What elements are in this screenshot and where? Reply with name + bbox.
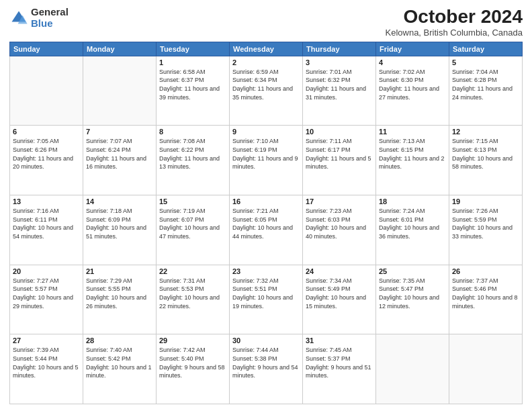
day-cell: 19Sunrise: 7:26 AM Sunset: 5:59 PM Dayli… <box>449 195 523 265</box>
calendar: SundayMondayTuesdayWednesdayThursdayFrid… <box>9 42 523 404</box>
month-title: October 2024 <box>386 7 523 28</box>
day-number: 16 <box>232 197 300 205</box>
day-number: 4 <box>379 58 446 66</box>
day-number: 3 <box>306 58 373 66</box>
day-number: 27 <box>13 336 80 345</box>
day-header-monday: Monday <box>83 42 157 56</box>
day-cell: 2Sunrise: 6:59 AM Sunset: 6:34 PM Daylig… <box>230 56 303 126</box>
day-number: 10 <box>306 128 373 136</box>
day-cell: 8Sunrise: 7:08 AM Sunset: 6:22 PM Daylig… <box>157 126 230 195</box>
day-info: Sunrise: 7:24 AM Sunset: 6:01 PM Dayligh… <box>379 207 446 240</box>
title-block: October 2024 Kelowna, British Columbia, … <box>386 7 523 38</box>
week-row-0: 1Sunrise: 6:58 AM Sunset: 6:37 PM Daylig… <box>10 56 523 126</box>
day-info: Sunrise: 7:27 AM Sunset: 5:57 PM Dayligh… <box>13 277 80 310</box>
day-info: Sunrise: 7:23 AM Sunset: 6:03 PM Dayligh… <box>306 207 373 240</box>
day-cell: 27Sunrise: 7:39 AM Sunset: 5:44 PM Dayli… <box>10 334 83 404</box>
day-cell: 13Sunrise: 7:16 AM Sunset: 6:11 PM Dayli… <box>10 195 83 265</box>
day-cell: 20Sunrise: 7:27 AM Sunset: 5:57 PM Dayli… <box>10 265 83 334</box>
day-header-wednesday: Wednesday <box>230 42 303 56</box>
day-number: 9 <box>232 128 300 136</box>
day-cell: 11Sunrise: 7:13 AM Sunset: 6:15 PM Dayli… <box>376 126 449 195</box>
day-number: 5 <box>452 58 519 66</box>
day-cell: 4Sunrise: 7:02 AM Sunset: 6:30 PM Daylig… <box>376 56 449 126</box>
calendar-header-row: SundayMondayTuesdayWednesdayThursdayFrid… <box>10 42 523 56</box>
day-info: Sunrise: 7:13 AM Sunset: 6:15 PM Dayligh… <box>379 137 446 171</box>
day-info: Sunrise: 7:19 AM Sunset: 6:07 PM Dayligh… <box>159 207 226 240</box>
day-info: Sunrise: 6:59 AM Sunset: 6:34 PM Dayligh… <box>232 68 300 101</box>
day-cell: 31Sunrise: 7:45 AM Sunset: 5:37 PM Dayli… <box>303 334 376 404</box>
day-number: 2 <box>232 58 300 66</box>
day-info: Sunrise: 7:34 AM Sunset: 5:49 PM Dayligh… <box>306 277 373 310</box>
day-cell: 7Sunrise: 7:07 AM Sunset: 6:24 PM Daylig… <box>83 126 157 195</box>
day-cell: 16Sunrise: 7:21 AM Sunset: 6:05 PM Dayli… <box>230 195 303 265</box>
day-cell <box>376 334 449 404</box>
week-row-3: 20Sunrise: 7:27 AM Sunset: 5:57 PM Dayli… <box>10 265 523 334</box>
day-number: 21 <box>86 267 153 275</box>
day-cell: 22Sunrise: 7:31 AM Sunset: 5:53 PM Dayli… <box>157 265 230 334</box>
day-cell: 30Sunrise: 7:44 AM Sunset: 5:38 PM Dayli… <box>230 334 303 404</box>
day-number: 23 <box>232 267 300 275</box>
day-number: 13 <box>13 197 80 205</box>
day-info: Sunrise: 7:26 AM Sunset: 5:59 PM Dayligh… <box>452 207 519 240</box>
day-info: Sunrise: 7:44 AM Sunset: 5:38 PM Dayligh… <box>232 346 300 379</box>
day-cell: 6Sunrise: 7:05 AM Sunset: 6:26 PM Daylig… <box>10 126 83 195</box>
day-number: 11 <box>379 128 446 136</box>
day-info: Sunrise: 7:10 AM Sunset: 6:19 PM Dayligh… <box>232 137 300 171</box>
day-info: Sunrise: 7:31 AM Sunset: 5:53 PM Dayligh… <box>159 277 226 310</box>
day-cell: 3Sunrise: 7:01 AM Sunset: 6:32 PM Daylig… <box>303 56 376 126</box>
day-cell <box>83 56 157 126</box>
day-number: 8 <box>159 128 226 136</box>
day-cell: 21Sunrise: 7:29 AM Sunset: 5:55 PM Dayli… <box>83 265 157 334</box>
day-info: Sunrise: 7:37 AM Sunset: 5:46 PM Dayligh… <box>452 277 519 310</box>
day-info: Sunrise: 7:45 AM Sunset: 5:37 PM Dayligh… <box>306 346 373 379</box>
day-number: 6 <box>13 128 80 136</box>
day-info: Sunrise: 7:08 AM Sunset: 6:22 PM Dayligh… <box>159 137 226 171</box>
day-number: 31 <box>306 336 373 345</box>
day-info: Sunrise: 7:40 AM Sunset: 5:42 PM Dayligh… <box>86 346 153 379</box>
day-cell: 17Sunrise: 7:23 AM Sunset: 6:03 PM Dayli… <box>303 195 376 265</box>
day-number: 30 <box>232 336 300 345</box>
logo: General Blue <box>9 7 69 29</box>
day-info: Sunrise: 7:32 AM Sunset: 5:51 PM Dayligh… <box>232 277 300 310</box>
day-number: 24 <box>306 267 373 275</box>
day-info: Sunrise: 7:16 AM Sunset: 6:11 PM Dayligh… <box>13 207 80 240</box>
logo-blue-text: Blue <box>31 18 69 30</box>
day-cell: 23Sunrise: 7:32 AM Sunset: 5:51 PM Dayli… <box>230 265 303 334</box>
day-header-saturday: Saturday <box>449 42 523 56</box>
day-info: Sunrise: 7:11 AM Sunset: 6:17 PM Dayligh… <box>306 137 373 171</box>
week-row-1: 6Sunrise: 7:05 AM Sunset: 6:26 PM Daylig… <box>10 126 523 195</box>
day-cell: 12Sunrise: 7:15 AM Sunset: 6:13 PM Dayli… <box>449 126 523 195</box>
day-info: Sunrise: 7:05 AM Sunset: 6:26 PM Dayligh… <box>13 137 80 171</box>
week-row-2: 13Sunrise: 7:16 AM Sunset: 6:11 PM Dayli… <box>10 195 523 265</box>
day-cell: 14Sunrise: 7:18 AM Sunset: 6:09 PM Dayli… <box>83 195 157 265</box>
day-cell <box>10 56 83 126</box>
day-cell: 29Sunrise: 7:42 AM Sunset: 5:40 PM Dayli… <box>157 334 230 404</box>
day-number: 15 <box>159 197 226 205</box>
day-number: 29 <box>159 336 226 345</box>
day-info: Sunrise: 7:04 AM Sunset: 6:28 PM Dayligh… <box>452 68 519 101</box>
day-number: 25 <box>379 267 446 275</box>
day-cell: 26Sunrise: 7:37 AM Sunset: 5:46 PM Dayli… <box>449 265 523 334</box>
location: Kelowna, British Columbia, Canada <box>386 28 523 38</box>
day-info: Sunrise: 7:42 AM Sunset: 5:40 PM Dayligh… <box>159 346 226 379</box>
day-info: Sunrise: 7:21 AM Sunset: 6:05 PM Dayligh… <box>232 207 300 240</box>
day-number: 14 <box>86 197 153 205</box>
day-number: 18 <box>379 197 446 205</box>
day-info: Sunrise: 7:01 AM Sunset: 6:32 PM Dayligh… <box>306 68 373 101</box>
day-number: 7 <box>86 128 153 136</box>
day-info: Sunrise: 7:18 AM Sunset: 6:09 PM Dayligh… <box>86 207 153 240</box>
day-cell: 25Sunrise: 7:35 AM Sunset: 5:47 PM Dayli… <box>376 265 449 334</box>
day-cell: 5Sunrise: 7:04 AM Sunset: 6:28 PM Daylig… <box>449 56 523 126</box>
day-number: 26 <box>452 267 519 275</box>
day-cell: 24Sunrise: 7:34 AM Sunset: 5:49 PM Dayli… <box>303 265 376 334</box>
day-number: 22 <box>159 267 226 275</box>
day-info: Sunrise: 7:35 AM Sunset: 5:47 PM Dayligh… <box>379 277 446 310</box>
day-info: Sunrise: 7:39 AM Sunset: 5:44 PM Dayligh… <box>13 346 80 379</box>
day-header-tuesday: Tuesday <box>157 42 230 56</box>
day-number: 17 <box>306 197 373 205</box>
day-info: Sunrise: 7:02 AM Sunset: 6:30 PM Dayligh… <box>379 68 446 101</box>
day-cell: 9Sunrise: 7:10 AM Sunset: 6:19 PM Daylig… <box>230 126 303 195</box>
day-cell <box>449 334 523 404</box>
day-header-friday: Friday <box>376 42 449 56</box>
day-header-sunday: Sunday <box>10 42 83 56</box>
